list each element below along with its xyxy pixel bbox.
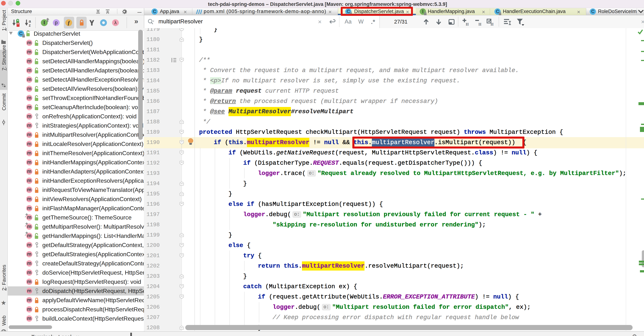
svg-text:II: II (490, 22, 494, 26)
svg-text:II: II (466, 22, 469, 26)
svg-text:II: II (478, 22, 481, 26)
svg-text:z: z (29, 23, 31, 27)
